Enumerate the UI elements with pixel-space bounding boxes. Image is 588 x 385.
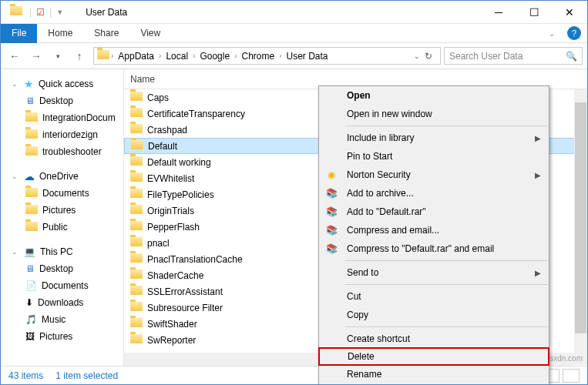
chevron-right-icon[interactable]: › — [233, 52, 238, 60]
monitor-icon: 🖥 — [25, 95, 35, 106]
sidebar-item-desktop[interactable]: 🖥Desktop — [1, 92, 123, 109]
sidebar-item-label: Downloads — [38, 297, 83, 308]
menu-item-delete[interactable]: Delete — [318, 347, 549, 366]
column-header-name[interactable]: Name — [130, 74, 323, 85]
sidebar-item[interactable]: ⬇Downloads — [1, 294, 123, 311]
folder-icon — [130, 156, 143, 168]
menu-item-pin-start[interactable]: Pin to Start — [319, 147, 549, 166]
file-name: Subresource Filter — [147, 303, 223, 313]
folder-icon — [130, 172, 143, 184]
up-button[interactable]: ↑ — [69, 45, 90, 67]
menu-separator — [345, 326, 548, 327]
menu-item-compress-default-email[interactable]: 📚Compress to "Default.rar" and email — [319, 239, 549, 258]
folder-icon — [130, 189, 143, 200]
sidebar-item[interactable]: Public — [1, 219, 123, 236]
menu-item-open-new-window[interactable]: Open in new window — [319, 105, 549, 123]
file-name: PepperFlash — [147, 222, 200, 233]
back-button[interactable]: ← — [4, 45, 25, 67]
qat-dropdown-icon[interactable]: ▼ — [56, 8, 63, 16]
menu-item-include-library[interactable]: Include in library▶ — [319, 129, 549, 147]
navigation-pane[interactable]: ⌄ ★ Quick access 🖥Desktop IntegrationDoc… — [1, 69, 124, 366]
tab-share[interactable]: Share — [83, 24, 129, 43]
forward-button[interactable]: → — [25, 45, 47, 67]
sidebar-item[interactable]: Pictures — [1, 202, 123, 219]
folder-icon — [130, 205, 143, 216]
address-dropdown-icon[interactable]: ⌄ — [414, 52, 420, 60]
sidebar-item-label: Documents — [42, 280, 89, 291]
file-tab[interactable]: File — [1, 24, 37, 43]
address-bar[interactable]: › AppData › Local › Google › Chrome › Us… — [93, 47, 441, 65]
crumb[interactable]: Local — [163, 51, 191, 62]
tab-view[interactable]: View — [129, 24, 171, 43]
sidebar-item[interactable]: 🖥Desktop — [1, 260, 123, 277]
vertical-scrollbar[interactable] — [574, 89, 587, 365]
search-input[interactable]: Search User Data 🔍 — [444, 47, 583, 65]
chevron-right-icon: ▶ — [535, 134, 541, 142]
sidebar-item[interactable]: 📄Documents — [1, 277, 123, 294]
sidebar-item-onedrive[interactable]: ⌄ ☁ OneDrive — [1, 168, 123, 185]
sidebar-item[interactable]: 🎵Music — [1, 311, 123, 328]
tab-home[interactable]: Home — [37, 24, 83, 43]
watermark: wsxdn.com — [544, 354, 583, 363]
chevron-right-icon[interactable]: › — [277, 52, 283, 60]
qat-separator: | — [29, 7, 32, 18]
chevron-down-icon[interactable]: ⌄ — [12, 172, 19, 180]
folder-icon — [25, 112, 38, 124]
folder-icon — [131, 140, 143, 152]
sidebar-item-label: OneDrive — [39, 171, 79, 182]
minimize-button[interactable]: ─ — [481, 1, 516, 24]
menu-item-compress-email[interactable]: 📚Compress and email... — [319, 221, 549, 239]
menu-item-cut[interactable]: Cut — [319, 287, 549, 306]
file-name: SwiftShader — [147, 319, 197, 330]
file-name: ShaderCache — [147, 270, 203, 281]
help-icon[interactable]: ? — [567, 26, 581, 40]
crumb[interactable]: Chrome — [238, 51, 277, 62]
cloud-icon: ☁ — [24, 170, 35, 182]
chevron-down-icon[interactable]: ⌄ — [12, 248, 19, 256]
sidebar-item[interactable]: IntegrationDocum — [1, 109, 123, 126]
qat-separator: | — [49, 7, 52, 18]
chevron-right-icon[interactable]: › — [191, 52, 197, 60]
menu-item-add-archive[interactable]: 📚Add to archive... — [319, 184, 549, 203]
folder-icon — [130, 286, 143, 297]
documents-icon: 📄 — [25, 280, 37, 291]
crumb[interactable]: Google — [197, 51, 233, 62]
sidebar-item-thispc[interactable]: ⌄ 💻 This PC — [1, 243, 123, 260]
file-name: PnaclTranslationCache — [147, 254, 243, 265]
monitor-icon: 🖥 — [25, 263, 35, 274]
folder-icon — [8, 6, 25, 18]
sidebar-item[interactable]: 🖼Pictures — [1, 328, 123, 345]
sidebar-item-label: Pictures — [42, 205, 76, 216]
menu-item-send-to[interactable]: Send to▶ — [319, 263, 549, 282]
sidebar-item-quick-access[interactable]: ⌄ ★ Quick access — [1, 75, 123, 92]
sidebar-item-label: troubleshooter — [42, 146, 102, 157]
icons-view-button[interactable] — [563, 369, 580, 383]
folder-icon — [97, 50, 109, 62]
maximize-button[interactable]: ☐ — [516, 1, 552, 24]
crumb[interactable]: User Data — [284, 51, 331, 62]
folder-icon — [130, 253, 143, 265]
sidebar-item[interactable]: Documents — [1, 185, 123, 202]
window-title: User Data — [86, 7, 127, 18]
scrollbar-thumb[interactable] — [575, 102, 586, 333]
menu-item-open[interactable]: Open — [319, 86, 549, 105]
chevron-right-icon[interactable]: › — [109, 52, 115, 60]
refresh-icon[interactable]: ↻ — [425, 51, 432, 62]
sidebar-item-label: Music — [42, 314, 66, 325]
sidebar-item[interactable]: troubleshooter — [1, 143, 123, 160]
properties-icon[interactable]: ☑ — [36, 7, 45, 18]
menu-item-norton[interactable]: ◉Norton Security▶ — [319, 166, 549, 184]
folder-icon — [130, 237, 143, 249]
crumb[interactable]: AppData — [115, 51, 157, 62]
ribbon-expand-icon[interactable]: ⌄ — [543, 29, 561, 38]
sidebar-item[interactable]: interiordezign — [1, 126, 123, 143]
menu-item-copy[interactable]: Copy — [319, 306, 549, 324]
chevron-down-icon[interactable]: ⌄ — [12, 80, 19, 88]
sidebar-item-label: IntegrationDocum — [42, 112, 116, 123]
chevron-right-icon[interactable]: › — [157, 52, 163, 60]
menu-item-rename[interactable]: Rename — [319, 365, 549, 383]
close-button[interactable]: ✕ — [552, 1, 587, 24]
menu-item-create-shortcut[interactable]: Create shortcut — [319, 330, 549, 348]
menu-item-add-default-rar[interactable]: 📚Add to "Default.rar" — [319, 203, 549, 221]
history-dropdown-icon[interactable]: ▾ — [47, 45, 69, 67]
